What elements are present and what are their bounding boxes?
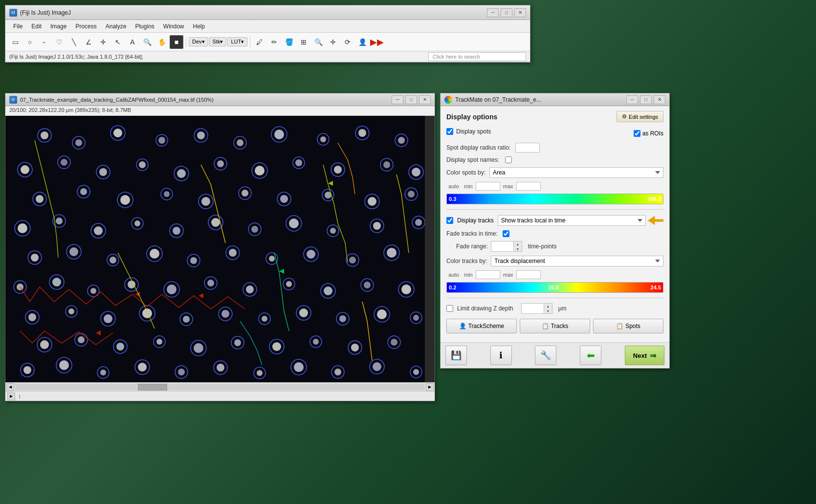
trackmate-window-controls: ─ □ ✕	[626, 95, 665, 104]
tool-oval[interactable]: ○	[23, 35, 37, 49]
close-button[interactable]: ✕	[514, 8, 526, 17]
svg-point-154	[116, 343, 124, 351]
tool-move[interactable]: ✛	[326, 35, 340, 49]
show-tracks-dropdown[interactable]: Show tracks local in time	[498, 215, 646, 226]
tool-polygon[interactable]: ⌐	[38, 35, 51, 49]
image-maximize[interactable]: □	[405, 95, 417, 104]
zdepth-spinner-up[interactable]: ▲	[544, 304, 552, 308]
svg-point-18	[358, 129, 366, 137]
menu-help[interactable]: Help	[189, 22, 209, 31]
tool-color[interactable]: ■	[170, 35, 183, 49]
fade-tracks-checkbox[interactable]	[503, 230, 509, 237]
play-button[interactable]: ▶	[7, 393, 15, 400]
svg-point-168	[391, 339, 397, 346]
zdepth-spinner-controls: ▲ ▼	[544, 304, 552, 313]
tool-angle[interactable]: ∠	[82, 35, 95, 49]
tool-text[interactable]: A	[126, 35, 139, 49]
spots-max-label: max	[503, 183, 513, 189]
display-spots-checkbox[interactable]	[446, 128, 453, 135]
menu-window[interactable]: Window	[159, 22, 188, 31]
tool-macro[interactable]: ▶▶	[370, 35, 384, 49]
spots-min-input[interactable]: 5	[476, 182, 500, 191]
spinner-down[interactable]: ▼	[514, 246, 522, 251]
spot-names-checkbox[interactable]	[505, 156, 512, 163]
edit-settings-button[interactable]: ⚙ Edit settings	[617, 111, 663, 122]
spots-max-input[interactable]: 500	[516, 182, 541, 191]
tool-hand[interactable]: ✋	[155, 35, 169, 49]
tool-stk[interactable]: Stk▾	[209, 37, 227, 46]
trackmate-close[interactable]: ✕	[654, 95, 665, 104]
fade-range-input[interactable]: 30	[491, 242, 513, 251]
tool-line[interactable]: ╲	[67, 35, 81, 49]
image-minimize[interactable]: ─	[392, 95, 403, 104]
spinner-up[interactable]: ▲	[514, 241, 522, 246]
as-rois-checkbox[interactable]	[634, 130, 640, 137]
zdepth-input[interactable]: 10	[522, 304, 544, 313]
spots-button[interactable]: 📋 Spots	[593, 319, 663, 333]
tool-rect[interactable]: ▭	[8, 35, 22, 49]
trackmate-title: TrackMate on 07_Trackmate_e...	[455, 96, 541, 103]
scroll-track[interactable]	[15, 384, 425, 391]
scroll-thumb[interactable]	[138, 384, 167, 391]
svg-point-50	[164, 191, 170, 197]
tool-rotate[interactable]: ⟳	[341, 35, 354, 49]
zdepth-spinner-down[interactable]: ▼	[544, 308, 552, 313]
info-button[interactable]: ℹ	[490, 346, 512, 365]
tool-fill[interactable]: 🪣	[282, 35, 296, 49]
svg-point-180	[217, 364, 224, 372]
menu-analyze[interactable]: Analyze	[102, 22, 131, 31]
status-bar: (Fiji Is Just) ImageJ 2.1.0/1.53c; Java …	[5, 51, 530, 62]
svg-point-136	[183, 316, 190, 323]
tool-arrow[interactable]: ↖	[111, 35, 125, 49]
imagej-title: (Fiji Is Just) ImageJ	[20, 9, 71, 16]
color-spots-dropdown[interactable]: Area	[489, 167, 663, 178]
tool-magnifier[interactable]: 🔍	[140, 35, 154, 49]
next-button[interactable]: Next ⇒	[625, 346, 664, 365]
trackscheme-button[interactable]: 👤 TrackScheme	[446, 319, 517, 333]
tool-person[interactable]: 👤	[355, 35, 369, 49]
tracks-min-input[interactable]: 0	[476, 270, 500, 279]
tool-grid[interactable]: ⊞	[297, 35, 310, 49]
menu-file[interactable]: File	[9, 22, 26, 31]
tool-pen[interactable]: 🖊	[253, 35, 266, 49]
menu-edit[interactable]: Edit	[27, 22, 45, 31]
back-button[interactable]: ⬅	[580, 346, 601, 365]
svg-point-104	[387, 248, 397, 258]
spots-overlay	[5, 116, 425, 382]
menu-process[interactable]: Process	[71, 22, 100, 31]
trackmate-minimize[interactable]: ─	[626, 95, 638, 104]
spot-radius-input[interactable]: 1	[515, 143, 540, 153]
display-options-title: Display options	[446, 113, 497, 121]
tool-pencil[interactable]: ✏	[267, 35, 281, 49]
menu-image[interactable]: Image	[46, 22, 70, 31]
svg-point-178	[178, 369, 185, 375]
tool-lut[interactable]: LUT▾	[227, 37, 247, 46]
trackmate-maximize[interactable]: □	[640, 95, 652, 104]
svg-point-146	[377, 309, 387, 319]
tracks-max-input[interactable]: 10	[516, 270, 541, 279]
zdepth-checkbox[interactable]	[446, 305, 453, 312]
maximize-button[interactable]: □	[501, 8, 512, 17]
color-tracks-dropdown[interactable]: Track displacement	[491, 256, 663, 266]
config-button[interactable]: 🔧	[535, 346, 556, 365]
save-button[interactable]: 💾	[445, 346, 467, 365]
display-tracks-checkbox[interactable]	[446, 217, 453, 224]
tool-multipoint[interactable]: ✛	[96, 35, 110, 49]
imagej-main-window: IJ (Fiji Is Just) ImageJ ─ □ ✕ File Edit…	[5, 5, 530, 63]
image-canvas[interactable]	[5, 116, 425, 382]
tool-zoom[interactable]: 🔍	[311, 35, 325, 49]
menu-plugins[interactable]: Plugins	[131, 22, 158, 31]
svg-point-140	[262, 316, 267, 322]
spots-bar-right: 266.3	[647, 196, 661, 202]
svg-point-182	[257, 370, 263, 376]
tool-dev[interactable]: Dev▾	[189, 37, 208, 46]
image-close[interactable]: ✕	[419, 95, 431, 104]
search-box[interactable]: Click here to search	[428, 52, 526, 61]
tool-freehand[interactable]: ♡	[52, 35, 66, 49]
trackmate-title-left: TrackMate on 07_Trackmate_e...	[444, 96, 541, 104]
image-scrollbar[interactable]: ◀ ▶	[5, 382, 435, 391]
tracks-button[interactable]: 📋 Tracks	[520, 319, 590, 333]
scroll-right[interactable]: ▶	[426, 383, 434, 391]
minimize-button[interactable]: ─	[487, 8, 499, 17]
scroll-left[interactable]: ◀	[6, 383, 14, 391]
